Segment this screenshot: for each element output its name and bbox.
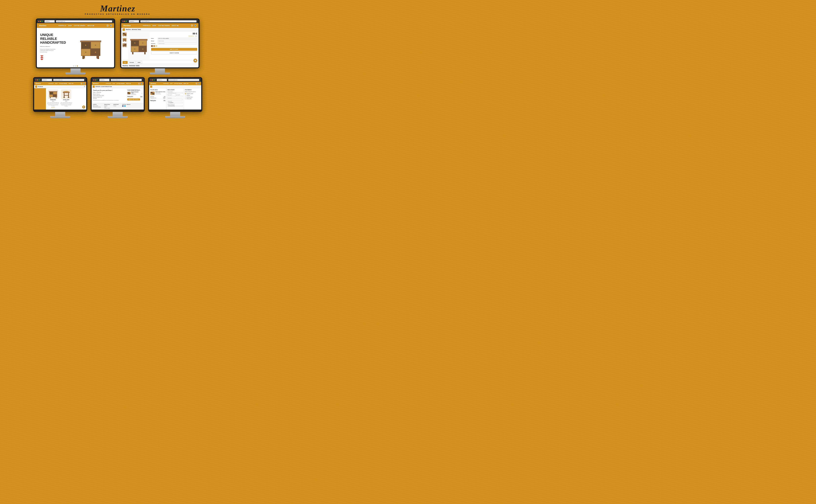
wood-select[interactable]: Select wood bbox=[158, 40, 197, 42]
active-tab-2[interactable]: martinez-m... bbox=[129, 20, 139, 23]
paypal-option[interactable]: PAYPAL bbox=[185, 95, 200, 96]
nav-shop-4[interactable]: Shop bbox=[112, 83, 115, 84]
close-dot-5[interactable] bbox=[150, 79, 151, 80]
google-pay-option[interactable]: GOOGLE PAY bbox=[185, 96, 200, 98]
tab-video[interactable]: Video bbox=[136, 61, 142, 64]
cart-icon-4[interactable]: 🛒 bbox=[138, 83, 140, 85]
address-bar-2[interactable]: martinez-muebles.com bbox=[140, 20, 196, 22]
active-tab[interactable]: martinez-m... bbox=[45, 20, 55, 23]
nav-portfolio-2[interactable]: Portfolio bbox=[143, 25, 150, 26]
nav-custom-orders[interactable]: Custom Orders bbox=[74, 25, 85, 26]
nav-about[interactable]: About me bbox=[87, 25, 94, 26]
chat-bubble-3[interactable]: 💬 bbox=[82, 106, 85, 109]
nav-portfolio-5[interactable]: Portfolio bbox=[163, 83, 169, 84]
email-input[interactable]: martina@martinezz.com bbox=[168, 92, 183, 94]
finishes-select[interactable]: Select finishes bbox=[158, 43, 197, 44]
checkout-back-button[interactable]: ‹ bbox=[150, 86, 152, 88]
minimize-dot[interactable] bbox=[40, 21, 41, 22]
thumb-3[interactable] bbox=[122, 43, 127, 48]
paypal-radio[interactable] bbox=[185, 95, 186, 96]
nav-custom-2[interactable]: Custom Orders bbox=[158, 25, 170, 26]
address-bar-5[interactable]: martinez-muebles.com bbox=[168, 79, 199, 81]
dot-2[interactable] bbox=[75, 66, 76, 67]
minimize-dot-5[interactable] bbox=[152, 79, 153, 80]
nav-custom-3[interactable]: Custom Orders bbox=[59, 83, 67, 84]
account-icon-4[interactable]: 👤 bbox=[140, 83, 142, 85]
lastname-input[interactable] bbox=[175, 95, 183, 97]
firstname-input[interactable] bbox=[168, 95, 175, 97]
apple-pay-radio[interactable] bbox=[185, 98, 186, 99]
nav-about-5[interactable]: About me bbox=[183, 83, 188, 84]
swatch-medium-brown[interactable] bbox=[153, 45, 155, 47]
delivery-address-input[interactable]: 12 Renovation Way bbox=[168, 105, 183, 107]
nav-shop[interactable]: Shop bbox=[68, 25, 72, 26]
thumb-1[interactable] bbox=[122, 32, 127, 37]
close-dot-2[interactable] bbox=[123, 21, 124, 22]
nav-logo-3[interactable]: Martinez bbox=[35, 83, 41, 84]
cart-icon-5[interactable]: 🛒 bbox=[195, 83, 197, 85]
nav-portfolio-3[interactable]: Portfolio bbox=[48, 83, 54, 84]
close-dot-3[interactable] bbox=[35, 79, 36, 80]
maximize-dot-5[interactable] bbox=[154, 79, 155, 80]
dot-3[interactable] bbox=[77, 66, 78, 67]
chat-bubble-2[interactable]: 💬 bbox=[193, 59, 197, 62]
credit-card-option[interactable]: CREDIT CARD bbox=[185, 93, 200, 94]
minimize-dot-3[interactable] bbox=[37, 79, 38, 80]
order-back-button[interactable]: ‹ bbox=[93, 86, 95, 88]
close-dot-4[interactable] bbox=[93, 79, 94, 80]
twitter-icon[interactable]: t bbox=[124, 105, 126, 107]
nav-about-2[interactable]: About me bbox=[172, 25, 179, 26]
account-icon-3[interactable]: 👤 bbox=[83, 83, 85, 85]
filter-icon[interactable]: ☰ bbox=[84, 86, 85, 87]
maximize-dot[interactable] bbox=[42, 21, 43, 22]
back-button[interactable]: ‹ bbox=[123, 28, 125, 31]
nav-custom-5[interactable]: Custom Orders bbox=[174, 83, 182, 84]
dot-1[interactable] bbox=[73, 66, 74, 67]
minimize-dot-2[interactable] bbox=[124, 21, 125, 22]
facebook-icon[interactable]: f bbox=[122, 105, 124, 107]
order-paypal-button[interactable]: ORDER AND PAYPAL bbox=[127, 98, 140, 100]
active-tab-5[interactable]: martinez-m... bbox=[157, 79, 167, 81]
nav-about-4[interactable]: About me bbox=[126, 83, 131, 84]
address-bar-4[interactable]: martinez-muebles.com bbox=[111, 79, 142, 81]
swatch-light-wood[interactable] bbox=[155, 45, 157, 47]
product-card-2[interactable]: STOO-ART 48 € This is the actual descrip… bbox=[60, 90, 72, 107]
cart-icon[interactable]: 🛒 bbox=[106, 24, 109, 27]
nav-portfolio[interactable]: Portfolio bbox=[58, 25, 66, 26]
google-pay-radio[interactable] bbox=[185, 96, 186, 98]
nav-logo-4[interactable]: Martinez bbox=[93, 83, 99, 84]
nav-shop-5[interactable]: Shop bbox=[170, 83, 173, 84]
maximize-dot-4[interactable] bbox=[96, 79, 97, 80]
swatch-dark-brown[interactable] bbox=[151, 45, 153, 47]
nav-about-3[interactable]: About me bbox=[68, 83, 73, 84]
address-input[interactable] bbox=[168, 99, 183, 100]
minimize-dot-4[interactable] bbox=[95, 79, 96, 80]
cart-icon-2[interactable]: 🛒 bbox=[191, 24, 193, 27]
tab-reviews[interactable]: Reviews bbox=[128, 61, 135, 64]
active-tab-4[interactable]: martinez-m... bbox=[99, 79, 109, 81]
nav-logo-5[interactable]: Martinez bbox=[150, 83, 156, 84]
nav-custom-4[interactable]: Custom Orders bbox=[116, 83, 125, 84]
apple-pay-option[interactable]: APPLE PAY bbox=[185, 98, 200, 99]
cart-icon-3[interactable]: 🛒 bbox=[80, 83, 82, 85]
nav-shop-2[interactable]: Shop bbox=[152, 25, 156, 26]
account-icon-5[interactable]: 👤 bbox=[198, 83, 200, 85]
close-dot[interactable] bbox=[38, 21, 39, 22]
address-bar-3[interactable]: martinez-muebles.com bbox=[53, 79, 84, 81]
nav-logo-2[interactable]: Martinez bbox=[123, 24, 131, 27]
credit-card-radio[interactable] bbox=[185, 93, 186, 94]
want-custom-button[interactable]: I WANT IT CUSTOM bbox=[151, 52, 197, 54]
address-bar[interactable]: martinez-muebles.com bbox=[56, 20, 112, 22]
active-tab-3[interactable]: martinez-m... bbox=[42, 79, 52, 81]
shop-back-button[interactable]: ‹ bbox=[35, 86, 37, 88]
telephone-input[interactable]: + 47 12345678 bbox=[168, 102, 183, 103]
account-icon[interactable]: 👤 bbox=[110, 24, 112, 27]
product-card-1[interactable]: MARTINA 99 € This is the actual descript… bbox=[47, 90, 59, 108]
maximize-dot-3[interactable] bbox=[39, 79, 40, 80]
nav-shop-3[interactable]: Shop bbox=[55, 83, 58, 84]
account-icon-2[interactable]: 👤 bbox=[194, 24, 196, 27]
nav-portfolio-4[interactable]: Portfolio bbox=[106, 83, 111, 84]
add-to-cart-button[interactable]: ADD TO CART bbox=[151, 48, 197, 51]
tab-info[interactable]: Info bbox=[123, 61, 128, 64]
nav-logo-1[interactable]: Martinez bbox=[39, 24, 46, 27]
